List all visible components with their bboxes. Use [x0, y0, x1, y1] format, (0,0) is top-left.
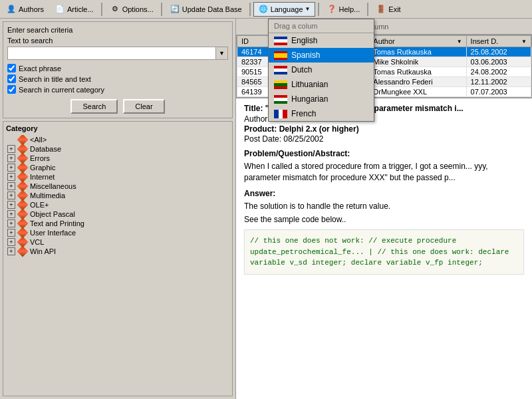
left-panel: Enter search criteria Text to search ▼ E…	[0, 19, 236, 399]
search-category-label: Search in current category	[19, 86, 104, 94]
tree-item[interactable]: +VCL	[6, 237, 229, 247]
content-product: Product: Delphi 2.x (or higher)	[244, 124, 524, 134]
articles-button[interactable]: 📄 Article...	[50, 2, 98, 17]
search-category-checkbox[interactable]	[7, 85, 16, 94]
sep2	[161, 3, 162, 16]
tree-item[interactable]: +Miscellaneous	[6, 182, 229, 191]
tree-item[interactable]: +Text and Printing	[6, 219, 229, 228]
main-content: Enter search criteria Text to search ▼ E…	[0, 19, 532, 399]
table-cell: 03.06.2003	[466, 57, 531, 67]
language-item[interactable]: English	[269, 33, 374, 48]
tree-item[interactable]: +Object Pascal	[6, 209, 229, 219]
tree-item[interactable]: +OLE+	[6, 200, 229, 209]
language-button[interactable]: 🌐 Language ▼	[253, 2, 315, 17]
tree-item[interactable]: +Multimedia	[6, 191, 229, 200]
table-cell: 25.08.2002	[466, 47, 531, 57]
table-cell: Tomas Rutkauska	[369, 47, 466, 57]
category-title: Category	[6, 124, 229, 132]
language-item[interactable]: Lithuanian	[269, 77, 374, 92]
tree-item-label: Graphic	[30, 164, 56, 172]
tree-expander-icon[interactable]: +	[7, 164, 15, 172]
tree-expander-icon[interactable]: +	[7, 210, 15, 218]
tree-expander-icon[interactable]: +	[7, 229, 15, 237]
right-panel: Drag a colum EnglishSpanishDutchLithuani…	[236, 19, 532, 399]
language-label: Hungarian	[291, 94, 328, 104]
sep4	[318, 3, 319, 16]
language-label: French	[291, 109, 316, 118]
category-group: Category <All>+Database+Errors+Graphic+I…	[3, 121, 233, 396]
search-dropdown-arrow[interactable]: ▼	[216, 47, 228, 60]
tree-item[interactable]: +Errors	[6, 154, 229, 163]
flag-icon	[274, 37, 287, 45]
language-item[interactable]: French	[269, 106, 374, 121]
help-icon: ❓	[327, 4, 337, 15]
authors-icon: 👤	[6, 4, 17, 15]
update-button[interactable]: 🔄 Update Data Base	[165, 2, 247, 17]
table-cell: Alessandro Federi	[369, 77, 466, 87]
exit-button[interactable]: 🚪 Exit	[371, 2, 405, 17]
exit-icon: 🚪	[376, 4, 386, 15]
table-cell: DrMungkee XXL	[369, 87, 466, 97]
search-button[interactable]: Search	[70, 99, 118, 114]
th-insert-date[interactable]: Insert D.▼	[466, 36, 531, 47]
sep5	[367, 3, 368, 16]
tree-item-label: OLE+	[30, 201, 49, 209]
authors-button[interactable]: 👤 Authors	[1, 2, 49, 17]
options-button[interactable]: ⚙ Options...	[105, 2, 158, 17]
content-section1: Problem/Question/Abstract:	[244, 149, 524, 158]
tree-item[interactable]: +User Interface	[6, 228, 229, 237]
tree-expander-icon[interactable]: +	[7, 238, 15, 246]
tree-item[interactable]: <All>	[6, 135, 229, 144]
tree-item[interactable]: +Graphic	[6, 163, 229, 172]
search-input[interactable]	[7, 47, 216, 60]
language-dropdown: Drag a colum EnglishSpanishDutchLithuani…	[268, 19, 374, 122]
tree-expander-icon[interactable]: +	[7, 145, 15, 153]
flag-icon	[274, 51, 287, 60]
clear-button[interactable]: Clear	[123, 99, 164, 114]
language-item[interactable]: Dutch	[269, 63, 374, 77]
table-cell: 07.07.2003	[466, 87, 531, 97]
exact-phrase-checkbox[interactable]	[7, 64, 16, 72]
tree-expander-icon[interactable]: +	[7, 192, 15, 200]
tree-item-label: Errors	[30, 154, 50, 162]
tree-expander-icon[interactable]: +	[7, 182, 15, 190]
table-cell: Mike Shkolnik	[369, 57, 466, 67]
language-label: Dutch	[291, 65, 312, 74]
table-cell: Tomas Rutkauska	[369, 67, 466, 77]
tree-expander-icon[interactable]: +	[7, 173, 15, 181]
sep1	[101, 3, 102, 16]
tree-diamond-icon	[17, 246, 29, 257]
options-icon: ⚙	[110, 4, 120, 15]
language-label: Lithuanian	[291, 80, 328, 89]
text-to-search-label: Text to search	[7, 37, 228, 45]
tree-item[interactable]: +Win API	[6, 247, 229, 256]
tree-expander-icon[interactable]: +	[7, 247, 15, 255]
content-section2: Answer:	[244, 189, 524, 198]
flag-icon	[274, 66, 287, 74]
search-title-checkbox[interactable]	[7, 74, 16, 83]
tree-item-label: VCL	[30, 238, 44, 246]
tree-expander-icon[interactable]: +	[7, 219, 15, 227]
exact-phrase-row: Exact phrase	[7, 64, 228, 72]
search-group: Enter search criteria Text to search ▼ E…	[3, 21, 233, 118]
category-tree: <All>+Database+Errors+Graphic+Internet+M…	[6, 135, 229, 393]
help-button[interactable]: ❓ Help...	[322, 2, 365, 17]
content-para1: When I called a stored procedure from a …	[244, 161, 524, 184]
search-title-label: Search in title and text	[19, 75, 91, 83]
language-item[interactable]: Hungarian	[269, 92, 374, 106]
tree-expander-icon[interactable]: +	[7, 201, 15, 209]
tree-item-label: User Interface	[30, 229, 76, 237]
flag-icon	[274, 80, 287, 89]
language-label: English	[291, 36, 317, 45]
th-author[interactable]: Author▼	[369, 36, 466, 47]
table-cell: 24.08.2002	[466, 67, 531, 77]
language-item[interactable]: Spanish	[269, 48, 374, 63]
tree-expander-icon[interactable]: +	[7, 154, 15, 162]
tree-item-label: Database	[30, 145, 61, 153]
tree-item[interactable]: +Database	[6, 144, 229, 154]
tree-item[interactable]: +Internet	[6, 172, 229, 182]
tree-item-label: Text and Printing	[30, 219, 84, 227]
tree-item-label: <All>	[30, 136, 47, 144]
table-cell: 12.11.2002	[466, 77, 531, 87]
search-input-row: ▼	[7, 47, 228, 60]
